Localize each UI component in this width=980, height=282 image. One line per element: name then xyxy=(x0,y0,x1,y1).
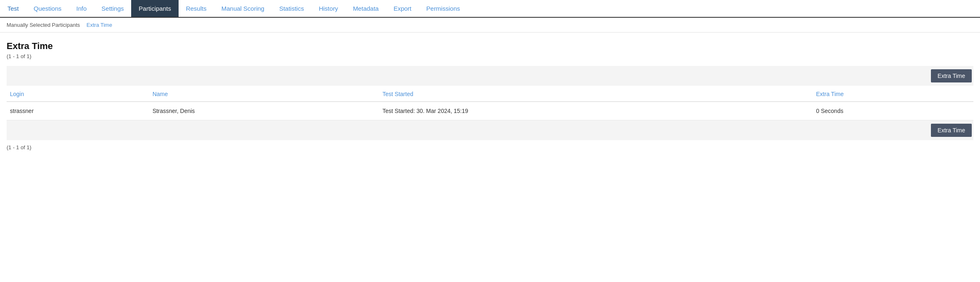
participants-table: LoginNameTest StartedExtra Time strassne… xyxy=(7,86,973,120)
nav-item-permissions[interactable]: Permissions xyxy=(419,0,468,17)
cell-login: strassner xyxy=(7,102,149,120)
page-title: Extra Time xyxy=(7,41,973,52)
nav-item-settings[interactable]: Settings xyxy=(94,0,131,17)
extra-time-button-bottom[interactable]: Extra Time xyxy=(931,124,972,137)
breadcrumb: Manually Selected Participants Extra Tim… xyxy=(0,18,980,33)
nav-item-test[interactable]: Test xyxy=(0,0,26,17)
nav-item-info[interactable]: Info xyxy=(69,0,94,17)
nav-item-results[interactable]: Results xyxy=(179,0,214,17)
table-header-name: Name xyxy=(149,86,379,102)
top-toolbar: Extra Time xyxy=(7,66,973,86)
table-header: LoginNameTest StartedExtra Time xyxy=(7,86,973,102)
nav-item-metadata[interactable]: Metadata xyxy=(346,0,386,17)
cell-extra_time: 0 Seconds xyxy=(813,102,973,120)
nav-item-questions[interactable]: Questions xyxy=(26,0,69,17)
table-header-extra-time: Extra Time xyxy=(813,86,973,102)
pagination-bottom: (1 - 1 of 1) xyxy=(7,140,973,150)
nav-item-participants[interactable]: Participants xyxy=(131,0,178,17)
breadcrumb-item-extra-time[interactable]: Extra Time xyxy=(87,22,112,28)
page-content: Extra Time (1 - 1 of 1) Extra Time Login… xyxy=(0,33,980,159)
nav-item-export[interactable]: Export xyxy=(386,0,419,17)
bottom-toolbar: Extra Time xyxy=(7,120,973,140)
extra-time-button-top[interactable]: Extra Time xyxy=(931,69,972,82)
table-row: strassnerStrassner, DenisTest Started: 3… xyxy=(7,102,973,120)
page-subtitle: (1 - 1 of 1) xyxy=(7,53,973,59)
table-header-login: Login xyxy=(7,86,149,102)
cell-test_started: Test Started: 30. Mar 2024, 15:19 xyxy=(379,102,813,120)
table-header-row: LoginNameTest StartedExtra Time xyxy=(7,86,973,102)
nav-item-history[interactable]: History xyxy=(311,0,346,17)
nav-item-statistics[interactable]: Statistics xyxy=(272,0,311,17)
breadcrumb-item-manually-selected-participants: Manually Selected Participants xyxy=(7,22,80,28)
cell-name: Strassner, Denis xyxy=(149,102,379,120)
table-body: strassnerStrassner, DenisTest Started: 3… xyxy=(7,102,973,120)
data-table-wrapper: LoginNameTest StartedExtra Time strassne… xyxy=(7,86,973,120)
top-navigation: TestQuestionsInfoSettingsParticipantsRes… xyxy=(0,0,980,18)
nav-item-manual-scoring[interactable]: Manual Scoring xyxy=(214,0,272,17)
table-header-test-started: Test Started xyxy=(379,86,813,102)
